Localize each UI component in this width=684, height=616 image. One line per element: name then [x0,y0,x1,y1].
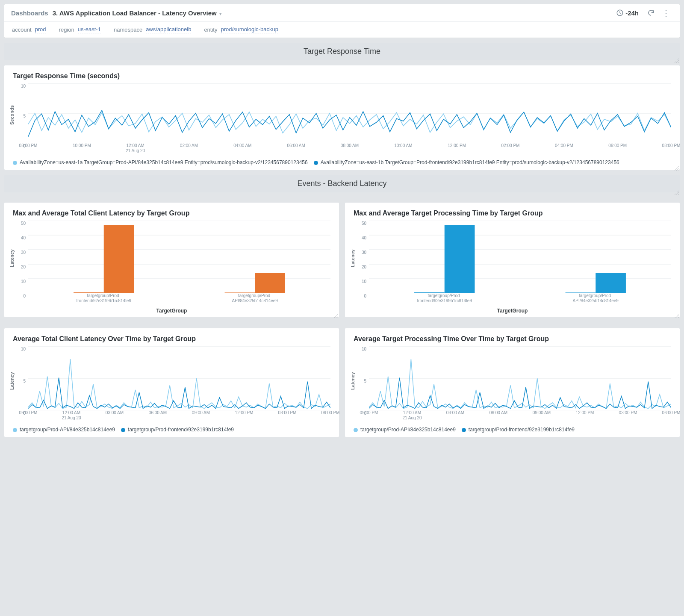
y-tick: 30 [356,250,366,255]
filter-value: aws/applicationelb [146,26,191,33]
filter-label: namespace [114,27,142,33]
legend-item[interactable]: targetgroup/Prod-API/84e325b14c814ee9 [354,427,456,433]
y-tick: 40 [15,236,26,240]
clock-icon [616,9,624,17]
resize-handle-icon[interactable] [675,188,679,192]
chevron-down-icon: ▾ [219,11,222,16]
y-tick: 40 [356,236,366,240]
x-tick: 09:00 AM [533,410,551,416]
x-tick: 06:00 AM [489,410,507,416]
y-tick: 50 [356,221,366,226]
x-tick: 10:00 PM [73,143,91,148]
resize-handle-icon[interactable] [675,165,679,170]
x-tick: 09:00 PM [19,410,38,416]
dashboard-title-dropdown[interactable]: 3. AWS Application Load Balancer - Laten… [53,9,222,17]
panel-target-response-time: Target Response Time (seconds) Seconds05… [4,65,680,170]
x-tick: 12:00 PM [576,410,594,416]
y-axis-label: Latency [9,249,15,267]
x-tick: 02:00 AM [180,143,198,148]
x-category: targetgroup/Prod-frontend/92e3199b1rc814… [72,293,136,303]
legend-item[interactable]: AvailabilityZone=us-east-1a TargetGroup=… [13,159,308,165]
y-tick: 20 [356,265,366,269]
y-tick: 0 [356,294,366,298]
panel-target-proc-line: Average Target Processing Time Over Time… [345,328,680,437]
filter-label: region [59,27,74,33]
y-tick: 10 [356,279,366,284]
x-tick: 09:00 PM [360,410,378,416]
panel-client-latency-line: Average Total Client Latency Over Time b… [4,328,339,437]
y-axis-label: Latency [350,249,355,267]
x-tick: 02:00 PM [501,143,520,148]
x-tick: 12:00 PM [448,143,466,148]
legend: targetgroup/Prod-API/84e325b14c814ee9tar… [354,423,671,433]
y-tick: 10 [15,84,26,88]
breadcrumb[interactable]: Dashboards [11,9,48,17]
y-tick: 0 [15,294,26,298]
x-tick: 08:00 AM [341,143,359,148]
x-tick: 03:00 AM [446,410,464,416]
svg-rect-21 [445,225,475,293]
more-menu-button[interactable]: ⋮ [659,8,673,18]
panel-target-proc-bar: Max and Average Target Processing Time b… [345,203,680,317]
legend-item[interactable]: targetgroup/Prod-frontend/92e3199b1rc814… [462,427,575,433]
filter-namespace[interactable]: namespaceaws/applicationelb [114,26,191,33]
x-tick: 03:00 PM [278,410,297,416]
y-tick: 5 [15,379,26,383]
time-range-picker[interactable]: -24h [616,9,639,17]
x-category: targetgroup/Prod-API/84e325b14c814ee9 [223,293,287,303]
filter-value: us-east-1 [78,26,101,33]
filter-entity[interactable]: entityprod/sumologic-backup [204,26,278,33]
resize-handle-icon[interactable] [334,313,338,317]
y-axis-label: Latency [350,372,355,390]
time-range-value: -24h [625,9,639,17]
resize-handle-icon[interactable] [675,56,679,60]
section-backend-latency: Events - Backend Latency [4,175,680,192]
bar-chart-svg [369,221,671,293]
legend-item[interactable]: targetgroup/Prod-frontend/92e3199b1rc814… [121,427,234,433]
legend: targetgroup/Prod-API/84e325b14c814ee9tar… [13,423,330,433]
panel-client-latency-bar: Max and Average Total Client Latency by … [4,203,339,317]
filter-account[interactable]: accountprod [12,26,46,33]
filter-value: prod/sumologic-backup [221,26,278,33]
refresh-button[interactable] [647,9,655,17]
line-chart-svg [369,346,671,410]
section-target-response: Target Response Time [4,43,680,60]
panel-title: Average Target Processing Time Over Time… [354,335,671,343]
y-axis-label: Seconds [9,105,15,125]
svg-rect-13 [255,273,285,293]
resize-handle-icon[interactable] [675,313,679,317]
y-axis-label: Latency [9,372,15,390]
x-tick: 08:00 PM [662,143,681,148]
y-tick: 30 [15,250,26,255]
x-tick: 06:00 AM [287,143,305,148]
x-tick: 04:00 AM [233,143,251,148]
legend-item[interactable]: AvailabilityZone=us-east-1b TargetGroup=… [314,159,619,165]
y-tick: 5 [15,114,26,118]
x-tick: 03:00 PM [619,410,637,416]
x-tick: 12:00 AM 21 Aug 20 [62,410,81,420]
x-category: targetgroup/Prod-API/84e325b14c814ee9 [563,293,628,303]
filter-value: prod [35,26,46,33]
dashboard-title: 3. AWS Application Load Balancer - Laten… [53,9,217,17]
legend-item[interactable]: targetgroup/Prod-API/84e325b14c814ee9 [13,427,115,433]
x-axis-label: TargetGroup [13,308,330,314]
y-tick: 5 [356,379,366,383]
x-tick: 03:00 AM [106,410,124,416]
x-tick: 08:00 PM [19,143,38,148]
x-tick: 09:00 AM [192,410,210,416]
x-tick: 06:00 PM [662,410,681,416]
bar-chart-svg [28,221,330,293]
x-tick: 06:00 AM [149,410,167,416]
panel-title: Max and Average Target Processing Time b… [354,209,671,217]
filter-region[interactable]: regionus-east-1 [59,26,101,33]
x-tick: 04:00 PM [555,143,573,148]
panel-title: Target Response Time (seconds) [13,72,671,80]
y-tick: 10 [15,347,26,351]
x-axis-label: TargetGroup [354,308,671,314]
svg-rect-11 [104,225,134,293]
x-tick: 06:00 PM [321,410,340,416]
line-chart-svg [28,346,330,410]
x-tick: 06:00 PM [608,143,627,148]
y-tick: 50 [15,221,26,226]
y-tick: 10 [15,279,26,284]
